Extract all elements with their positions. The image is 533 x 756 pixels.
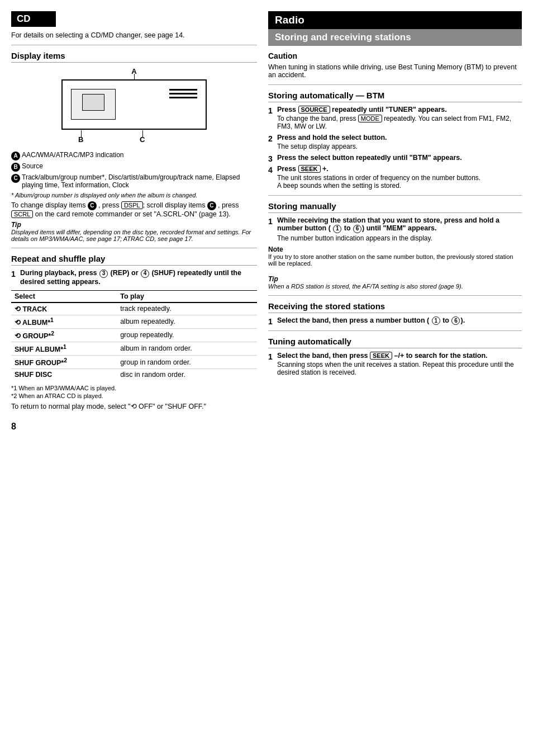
circle-c-scrl: C (207, 201, 216, 210)
circle-6: 6 (353, 225, 361, 233)
step-num-1: 1 (11, 269, 16, 279)
scrl-key: SCRL (11, 210, 33, 218)
receiving-step-1-title: Select the band, then press a number but… (277, 316, 465, 324)
tuning-title: Tuning automatically (268, 337, 522, 348)
auto-step-1-content: Press SOURCE repeatedly until "TUNER" ap… (277, 106, 522, 130)
tip-text: Displayed items will differ, depending o… (11, 229, 257, 242)
auto-step-num-2: 2 (268, 134, 273, 144)
left-column: CD For details on selecting a CD/MD chan… (11, 11, 257, 745)
tuning-step-num-1: 1 (268, 352, 273, 362)
receiving-title: Receiving the stored stations (268, 301, 522, 313)
circle-1-recv: 1 (432, 316, 440, 325)
page: CD For details on selecting a CD/MD chan… (0, 0, 533, 756)
auto-step-1-title: Press SOURCE repeatedly until "TUNER" ap… (277, 106, 447, 114)
cd-intro: For details on selecting a CD/MD changer… (11, 31, 257, 39)
right-column: Radio Storing and receiving stations Cau… (268, 11, 522, 745)
step-1-content: During playback, press 3 (REP) or 4 (SHU… (20, 269, 257, 286)
step-1-title: During playback, press 3 (REP) or 4 (SHU… (20, 269, 241, 286)
play-shuf-group: group in random order. (117, 355, 257, 368)
select-album: ⟲ ALBUM*1 (11, 315, 117, 328)
manual-step-1-desc: The number button indication appears in … (277, 234, 522, 242)
tuning-section: Tuning automatically 1 Select the band, … (268, 337, 522, 376)
auto-step-3: 3 Press the select button repeatedly unt… (268, 154, 522, 162)
footnote-album: * Album/group number is displayed only w… (11, 192, 257, 199)
legend-key-b: B (11, 163, 20, 172)
play-shuf-disc: disc in random order. (117, 369, 257, 381)
table-row: ⟲ GROUP*2 group repeatedly. (11, 328, 257, 342)
table-row: SHUF GROUP*2 group in random order. (11, 355, 257, 368)
legend-key-c: C (11, 174, 20, 183)
receiving-step-1-content: Select the band, then press a number but… (277, 316, 522, 325)
manual-title: Storing manually (268, 201, 522, 213)
circle-1: 1 (333, 225, 341, 233)
receiving-step-num-1: 1 (268, 316, 273, 327)
manual-step-num-1: 1 (268, 216, 273, 226)
legend-text-c: Track/album/group number*, Disc/artist/a… (22, 173, 257, 189)
select-shuf-disc: SHUF DISC (11, 369, 117, 381)
table-row: ⟲ TRACK track repeatedly. (11, 303, 257, 315)
legend-text-b: Source (22, 162, 257, 170)
auto-step-4-desc: The unit stores stations in order of fre… (277, 174, 522, 190)
legend-text-a: AAC/WMA/ATRAC/MP3 indication (22, 151, 257, 159)
legend-key-a: A (11, 152, 20, 160)
manual-tip: When a RDS station is stored, the AF/TA … (268, 283, 522, 290)
play-group: group repeatedly. (117, 328, 257, 342)
manual-section: Storing manually 1 While receiving the s… (268, 201, 522, 290)
circle-c-dspl: C (88, 201, 97, 210)
display-items-title: Display items (11, 51, 257, 63)
table-row: SHUF DISC disc in random order. (11, 369, 257, 381)
repeat-shuffle-section: Repeat and shuffle play 1 During playbac… (11, 254, 257, 410)
tuning-step-1: 1 Select the band, then press SEEK –/+ t… (268, 352, 522, 376)
col-play: To play (117, 290, 257, 303)
cd-section: CD For details on selecting a CD/MD chan… (11, 11, 257, 39)
display-diagram: A B C (11, 68, 257, 143)
auto-step-num-4: 4 (268, 165, 273, 175)
auto-step-4-title: Press SEEK +. (277, 165, 329, 173)
page-number: 8 (11, 422, 257, 432)
tuning-step-1-title: Select the band, then press SEEK –/+ to … (277, 352, 488, 360)
display-items-section: Display items (11, 51, 257, 242)
diagram-legend: A AAC/WMA/ATRAC/MP3 indication B Source … (11, 151, 257, 189)
seek-key-auto: SEEK (298, 165, 321, 173)
play-album: album repeatedly. (117, 315, 257, 328)
select-track: ⟲ TRACK (11, 303, 117, 315)
manual-step-1: 1 While receiving the station that you w… (268, 216, 522, 242)
tuning-step-1-content: Select the band, then press SEEK –/+ to … (277, 352, 522, 376)
source-key: SOURCE (298, 106, 330, 114)
tip-label: Tip (11, 221, 257, 229)
auto-step-2-title: Press and hold the select button. (277, 134, 387, 141)
auto-step-2: 2 Press and hold the select button. The … (268, 134, 522, 150)
manual-step-1-title: While receiving the station that you wan… (277, 216, 499, 232)
circle-6-recv: 6 (451, 316, 460, 325)
auto-step-3-content: Press the select button repeatedly until… (277, 154, 522, 162)
tuning-step-1-desc: Scanning stops when the unit receives a … (277, 361, 522, 376)
legend-item-a: A AAC/WMA/ATRAC/MP3 indication (11, 151, 257, 160)
auto-step-1-desc: To change the band, press MODE repeatedl… (277, 115, 522, 130)
select-group: ⟲ GROUP*2 (11, 328, 117, 342)
diagram-box (61, 79, 207, 130)
receiving-section: Receiving the stored stations 1 Select t… (268, 301, 522, 325)
diagram-lines (169, 89, 197, 98)
auto-step-4: 4 Press SEEK +. The unit stores stations… (268, 165, 522, 190)
diagram-inner (71, 89, 116, 120)
col-select: Select (11, 290, 117, 303)
auto-step-2-content: Press and hold the select button. The se… (277, 134, 522, 150)
legend-item-b: B Source (11, 162, 257, 172)
auto-step-1: 1 Press SOURCE repeatedly until "TUNER" … (268, 106, 522, 130)
auto-btm-title: Storing automatically — BTM (268, 91, 522, 102)
seek-key-tuning: SEEK (370, 352, 392, 360)
play-shuf-album: album in random order. (117, 342, 257, 355)
table-row: ⟲ ALBUM*1 album repeatedly. (11, 315, 257, 328)
caution-title: Caution (268, 51, 522, 60)
receiving-step-1: 1 Select the band, then press a number b… (268, 316, 522, 325)
note-label: Note (268, 245, 522, 253)
table-row: SHUF ALBUM*1 album in random order. (11, 342, 257, 355)
circle-3: 3 (99, 270, 108, 278)
auto-step-num-1: 1 (268, 106, 273, 116)
storing-subtitle: Storing and receiving stations (268, 29, 522, 46)
play-track: track repeatedly. (117, 303, 257, 315)
table-footnote-2: *2 When an ATRAC CD is played. (11, 393, 257, 399)
auto-step-4-content: Press SEEK +. The unit stores stations i… (277, 165, 522, 190)
legend-item-c: C Track/album/group number*, Disc/artist… (11, 173, 257, 189)
repeat-step-1: 1 During playback, press 3 (REP) or 4 (S… (11, 269, 257, 286)
